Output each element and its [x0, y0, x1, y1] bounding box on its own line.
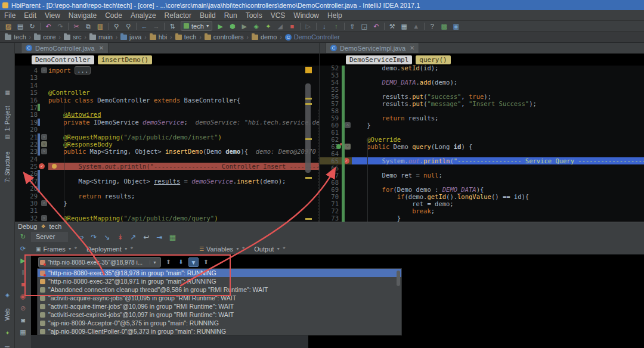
line-number[interactable]: 26: [15, 170, 48, 177]
code-line-65[interactable]: 65✓ System.out.println("----------------…: [320, 157, 644, 164]
code-line-22[interactable]: 22˅ @ResponseBody: [15, 141, 319, 148]
breadcrumb-item-controllers[interactable]: controllers: [203, 33, 245, 41]
stripe-button-project[interactable]: ▦1: Project: [0, 89, 15, 131]
breakpoint-icon[interactable]: ✓: [39, 163, 45, 169]
debug-icon[interactable]: ⬢: [227, 21, 239, 31]
line-number[interactable]: 57: [320, 100, 352, 107]
jrebel-run-icon[interactable]: ✦: [262, 21, 274, 31]
code-text[interactable]: [48, 156, 319, 163]
code-line-25[interactable]: 25✓ System.out.println("----------------…: [15, 163, 319, 170]
menu-help[interactable]: Help: [323, 10, 346, 21]
code-text[interactable]: }: [48, 200, 319, 207]
code-text[interactable]: System.out.println("----------------- Co…: [48, 163, 320, 170]
code-line-17[interactable]: 17: [15, 104, 319, 111]
step-into-icon[interactable]: ↘: [100, 233, 113, 241]
breadcrumb-item-demo[interactable]: demo: [250, 33, 278, 41]
thread-list-item[interactable]: "Abandoned connection cleanup thread"@8,…: [38, 285, 401, 294]
code-text[interactable]: [48, 82, 319, 89]
breadcrumb-item-java[interactable]: java: [119, 33, 143, 41]
code-line-68[interactable]: 68: [320, 179, 644, 186]
line-number[interactable]: 25✓: [15, 163, 48, 170]
line-number[interactable]: 20: [15, 126, 48, 133]
editor-right[interactable]: C DemoServiceImpl.java ✕ DemoServiceImpl…: [320, 43, 644, 222]
show-execution-point-icon[interactable]: ⇒: [74, 233, 87, 241]
line-number[interactable]: 63˅: [320, 143, 352, 150]
code-line-62[interactable]: 62 @Override: [320, 136, 644, 143]
line-number[interactable]: 15: [15, 89, 48, 96]
code-text[interactable]: public Demo query(Long id) {: [352, 143, 644, 150]
settings-icon[interactable]: ⚒: [386, 21, 398, 31]
open-file-icon[interactable]: ▨: [2, 21, 14, 31]
mute-breakpoints-icon[interactable]: ⊘: [20, 304, 26, 312]
code-line-55[interactable]: 55: [320, 86, 644, 93]
line-number[interactable]: 60˄: [320, 122, 352, 129]
code-text[interactable]: ret = demo;: [352, 200, 644, 207]
code-text[interactable]: }: [352, 122, 644, 129]
cut-icon[interactable]: ✂: [70, 21, 82, 31]
breadcrumb-item-hbi[interactable]: hbi: [148, 33, 169, 41]
code-text[interactable]: @ResponseBody: [48, 141, 319, 148]
code-text[interactable]: @Controller: [48, 89, 319, 96]
replace-icon[interactable]: ⚲: [122, 21, 134, 31]
tab-democontroller[interactable]: C DemoController.java ✕: [21, 43, 109, 53]
code-line-59[interactable]: 59 return results;: [320, 114, 644, 122]
step-over-icon[interactable]: ↷: [87, 233, 100, 241]
tab-output[interactable]: Output ▼*: [249, 244, 290, 254]
thread-dropdown[interactable]: "http-nio-8080-exec-35"@18,978 i... ▼: [38, 257, 161, 268]
thread-dump-icon[interactable]: ◙: [21, 316, 25, 324]
code-line-66[interactable]: 66: [320, 164, 644, 172]
tab-frames[interactable]: ▣ Frames ▼*: [31, 244, 82, 254]
code-text[interactable]: [352, 179, 644, 186]
warning-stripe-mark[interactable]: [305, 218, 312, 220]
tab-demoserviceimpl[interactable]: C DemoServiceImpl.java ✕: [326, 43, 419, 53]
line-number[interactable]: 55: [320, 86, 352, 93]
code-text[interactable]: [48, 207, 319, 214]
layout-settings-icon[interactable]: ▦: [20, 328, 26, 336]
code-line-69[interactable]: 69 for(Demo demo : DEMO_DATA){: [320, 186, 644, 193]
step-out-icon[interactable]: ↗: [126, 233, 140, 241]
warning-stripe-mark[interactable]: [305, 103, 312, 105]
thread-list-item[interactable]: "activiti-acquire-timer-jobs"@10,096 in …: [38, 302, 401, 310]
code-text[interactable]: }: [352, 215, 644, 222]
code-line-60[interactable]: 60˄ }: [320, 122, 644, 129]
evaluate-expression-icon[interactable]: ▦: [166, 233, 179, 241]
breadcrumb-item-main[interactable]: main: [88, 33, 114, 41]
gutter-marker-icon[interactable]: ˅: [41, 148, 47, 154]
gutter-marker-icon[interactable]: ˄: [41, 200, 47, 206]
line-number[interactable]: 71: [320, 200, 352, 207]
tab-server[interactable]: Server: [31, 232, 68, 242]
next-occurrence-button[interactable]: ⬇: [176, 257, 186, 267]
code-text[interactable]: Map<String, Object> results = demoServic…: [48, 178, 319, 185]
crumb-class[interactable]: DemoServiceImpl: [346, 55, 412, 64]
pause-icon[interactable]: ‖: [21, 269, 24, 276]
line-number[interactable]: 59: [320, 114, 352, 122]
code-line-13[interactable]: 13: [15, 74, 319, 81]
code-line-71[interactable]: 71 ret = demo;: [320, 200, 644, 207]
close-icon[interactable]: ✕: [99, 45, 104, 51]
upload-icon[interactable]: ⇧: [346, 21, 358, 31]
code-line-54[interactable]: 54 DEMO_DATA.add(demo);: [320, 79, 644, 86]
line-number[interactable]: 69: [320, 186, 352, 193]
forward-icon[interactable]: →: [150, 21, 162, 31]
code-line-14[interactable]: 14: [15, 82, 319, 89]
line-number[interactable]: 54: [320, 79, 352, 86]
line-number[interactable]: 67: [320, 172, 352, 179]
menu-vcs[interactable]: VCS: [267, 10, 290, 21]
breadcrumb-item-tech[interactable]: tech: [174, 33, 198, 41]
rerun-server-icon[interactable]: ↻: [20, 233, 26, 241]
view-breakpoints-icon[interactable]: ◉: [20, 293, 26, 300]
menu-analyze[interactable]: Analyze: [126, 10, 160, 21]
breadcrumb-item-democontroller[interactable]: CDemoController: [284, 33, 341, 41]
code-line-57[interactable]: 57 results.put("message", "Insert Succes…: [320, 100, 644, 107]
crumb-method[interactable]: insertDemo(): [98, 55, 152, 64]
code-text[interactable]: [352, 164, 644, 172]
code-area-right[interactable]: 52 demo.setId(id);5354 DEMO_DATA.add(dem…: [320, 64, 644, 222]
code-area-left[interactable]: 4−import ...131415@Controller16public cl…: [15, 67, 319, 222]
line-number[interactable]: 61: [320, 129, 352, 136]
override-method-icon[interactable]: [336, 144, 341, 149]
code-text[interactable]: break;: [352, 207, 644, 215]
undo-icon[interactable]: ↶: [42, 21, 54, 31]
code-text[interactable]: @RequestMapping("/api/public/demo/query"…: [48, 215, 319, 222]
menu-code[interactable]: Code: [101, 10, 126, 21]
close-icon[interactable]: ✕: [410, 45, 414, 51]
